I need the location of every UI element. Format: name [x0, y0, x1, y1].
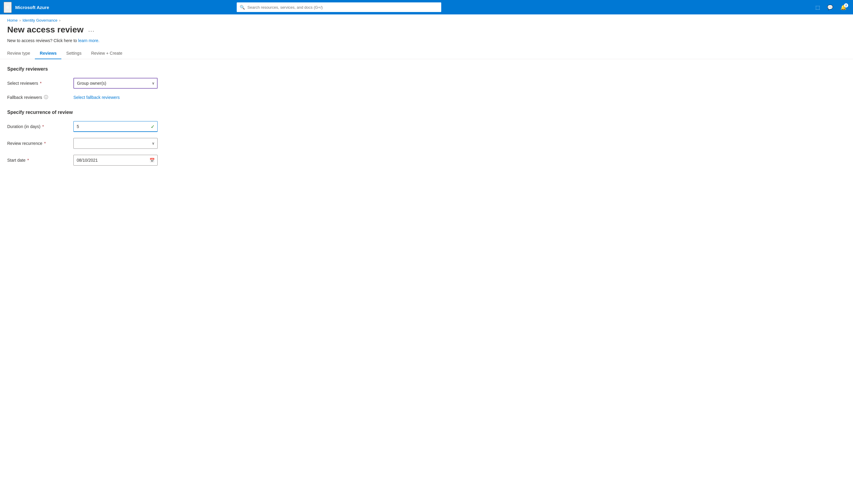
duration-check-icon: ✓	[151, 124, 155, 129]
duration-label: Duration (in days) *	[7, 124, 73, 129]
fallback-reviewers-row: Fallback reviewers ⓘ Select fallback rev…	[7, 95, 263, 100]
fallback-reviewers-label: Fallback reviewers ⓘ	[7, 95, 73, 100]
breadcrumb-identity-governance[interactable]: Identity Governance	[22, 18, 57, 22]
review-recurrence-label: Review recurrence *	[7, 141, 73, 146]
search-icon: 🔍	[240, 5, 245, 10]
tab-review-type[interactable]: Review type	[7, 48, 35, 59]
select-reviewers-required: *	[40, 81, 41, 86]
duration-input-wrapper: ✓	[73, 121, 158, 132]
start-date-wrapper: 📅	[73, 155, 158, 166]
page-title-row: New access review ...	[0, 22, 853, 36]
breadcrumb-home[interactable]: Home	[7, 18, 18, 22]
breadcrumb: Home › Identity Governance ›	[0, 14, 853, 22]
duration-required: *	[42, 124, 44, 129]
select-reviewers-label: Select reviewers *	[7, 81, 73, 86]
learn-more-row: New to access reviews? Click here to lea…	[0, 36, 853, 48]
portal-button[interactable]: ⬚	[813, 3, 823, 12]
tab-review-create[interactable]: Review + Create	[86, 48, 127, 59]
select-reviewers-row: Select reviewers * Group owner(s) ∨	[7, 78, 263, 89]
select-reviewers-dropdown[interactable]: Group owner(s)	[73, 78, 158, 89]
start-date-label: Start date *	[7, 158, 73, 163]
review-recurrence-wrapper: ∨	[73, 138, 158, 149]
start-date-required: *	[28, 158, 29, 163]
topnav: ≡ Microsoft Azure 🔍 ⬚ 💬 🔔 2	[0, 0, 853, 14]
select-reviewers-wrapper: Group owner(s) ∨	[73, 78, 158, 89]
breadcrumb-sep-2: ›	[59, 18, 60, 22]
fallback-info-icon: ⓘ	[44, 95, 48, 100]
duration-row: Duration (in days) * ✓	[7, 121, 263, 132]
start-date-input[interactable]	[73, 155, 158, 166]
duration-input[interactable]	[73, 121, 158, 132]
learn-more-link[interactable]: learn more.	[78, 38, 100, 43]
topnav-actions: ⬚ 💬 🔔 2	[813, 3, 849, 12]
search-input[interactable]	[237, 2, 441, 12]
review-recurrence-dropdown[interactable]	[73, 138, 158, 149]
page-title: New access review	[7, 25, 84, 35]
tabs: Review type Reviews Settings Review + Cr…	[0, 48, 853, 59]
review-recurrence-row: Review recurrence * ∨	[7, 138, 263, 149]
app-logo: Microsoft Azure	[15, 5, 49, 10]
search-bar: 🔍	[237, 2, 441, 12]
specify-recurrence-title: Specify recurrence of review	[7, 110, 263, 115]
specify-reviewers-title: Specify reviewers	[7, 67, 263, 72]
tab-settings[interactable]: Settings	[62, 48, 86, 59]
tab-reviews[interactable]: Reviews	[35, 48, 62, 59]
start-date-row: Start date * 📅	[7, 155, 263, 166]
select-fallback-reviewers-button[interactable]: Select fallback reviewers	[73, 95, 120, 100]
review-recurrence-required: *	[44, 141, 46, 146]
notification-badge: 2	[844, 3, 848, 7]
hamburger-button[interactable]: ≡	[4, 2, 12, 13]
more-options-button[interactable]: ...	[87, 26, 97, 34]
notifications-button[interactable]: 🔔 2	[837, 3, 849, 12]
main-content: Specify reviewers Select reviewers * Gro…	[0, 59, 271, 179]
learn-more-prefix: New to access reviews? Click here to	[7, 38, 77, 43]
breadcrumb-sep-1: ›	[20, 18, 21, 22]
feedback-button[interactable]: 💬	[824, 3, 836, 12]
